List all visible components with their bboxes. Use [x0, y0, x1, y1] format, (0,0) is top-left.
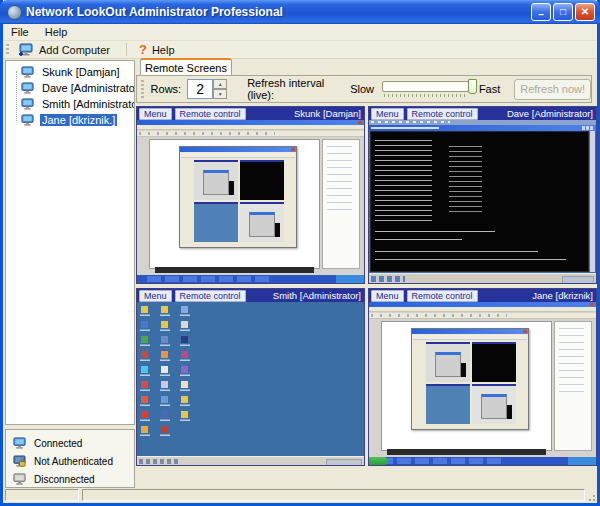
rows-input[interactable]: 2	[187, 79, 213, 99]
computer-connected-icon	[20, 98, 35, 111]
not-authenticated-icon	[12, 455, 27, 468]
console-text-line	[375, 239, 462, 240]
thumb-nested-titlebar	[180, 147, 296, 152]
panel-menu-button[interactable]: Menu	[139, 108, 172, 120]
thumb-tray	[568, 457, 596, 465]
tree-item-label: Jane [dkriznik.]	[40, 114, 117, 126]
thumb-mini-screen	[426, 384, 470, 424]
tab-remote-screens[interactable]: Remote Screens	[140, 58, 232, 76]
remote-control-button[interactable]: Remote control	[407, 108, 478, 120]
menu-file[interactable]: File	[3, 25, 37, 39]
thumb-mini-screen	[426, 342, 470, 382]
app-logo-icon	[7, 5, 22, 20]
panel-header: Menu Remote control Dave [Administrator]	[369, 107, 596, 120]
app-window: Network LookOut Administrator Profession…	[0, 0, 600, 506]
panel-header: Menu Remote control Jane [dkriznik]	[369, 289, 596, 302]
remote-screen-thumbnail[interactable]	[137, 120, 364, 283]
status-legend: Connected Not Authenticated Disconnected	[5, 429, 135, 488]
maximize-button[interactable]: □	[553, 3, 573, 21]
status-bar	[3, 488, 597, 503]
legend-label: Disconnected	[34, 474, 95, 485]
legend-connected: Connected	[12, 434, 134, 452]
thumb-close-icon	[590, 303, 594, 306]
panel-computer-name: Jane [dkriznik]	[532, 290, 593, 301]
legend-label: Not Authenticated	[34, 456, 113, 467]
rows-spinner: ▲ ▼	[213, 79, 227, 99]
tree-item-jane[interactable]: Jane [dkriznik.]	[6, 112, 134, 128]
thumb-nested-close-icon	[523, 330, 527, 333]
slow-label: Slow	[350, 83, 374, 95]
tree-guide-line	[16, 71, 17, 121]
remote-control-button[interactable]: Remote control	[175, 290, 246, 302]
tree-item-smith[interactable]: Smith [Administrator]	[6, 96, 134, 112]
remote-panel-dave: Menu Remote control Dave [Administrator]	[368, 106, 597, 284]
rows-spin-up-button[interactable]: ▲	[213, 79, 227, 89]
thumb-nested-titlebar	[412, 329, 528, 334]
slider-ticks	[384, 94, 467, 97]
thumb-mini-screen	[240, 202, 284, 242]
title-bar[interactable]: Network LookOut Administrator Profession…	[0, 0, 600, 24]
controlbar-grip[interactable]	[141, 80, 144, 98]
thumb-taskbar	[137, 275, 364, 283]
tree-item-label: Skunk [Damjan]	[40, 66, 122, 78]
thumb-scrollbar	[590, 131, 595, 272]
minimize-button[interactable]: –	[531, 3, 551, 21]
help-label: Help	[152, 44, 175, 56]
remote-screen-thumbnail[interactable]	[369, 120, 596, 283]
thumb-menubar	[137, 125, 364, 130]
thumb-taskbar	[369, 457, 596, 465]
thumb-mini-screen	[194, 160, 238, 200]
resize-grip-icon[interactable]	[586, 492, 596, 502]
add-computer-button[interactable]: Add Computer	[14, 42, 118, 58]
panel-menu-button[interactable]: Menu	[139, 290, 172, 302]
panel-header: Menu Remote control Skunk [Damjan]	[137, 107, 364, 120]
tree-item-label: Dave [Administrator]	[40, 82, 135, 94]
rows-label: Rows:	[151, 83, 182, 95]
add-computer-label: Add Computer	[39, 44, 110, 56]
thumb-close-icon	[358, 121, 362, 124]
thumb-mini-screen	[194, 202, 238, 242]
thumb-nested-toolbar	[413, 335, 527, 340]
help-icon: ?	[139, 44, 147, 56]
thumb-dark-bar	[387, 449, 546, 455]
connected-icon	[12, 437, 27, 450]
tree-item-skunk[interactable]: Skunk [Damjan]	[6, 64, 134, 80]
add-computer-icon	[18, 43, 34, 57]
remote-control-button[interactable]: Remote control	[175, 108, 246, 120]
remote-screen-thumbnail[interactable]	[137, 302, 364, 465]
thumb-task-pane	[322, 139, 360, 269]
slider-track[interactable]	[382, 81, 469, 92]
remote-control-button[interactable]: Remote control	[407, 290, 478, 302]
thumb-nested-close-icon	[291, 148, 295, 151]
thumb-menubar	[369, 307, 596, 312]
computer-tree: Skunk [Damjan] Dave [Administrator] Smit…	[5, 60, 135, 425]
toolbar-grip[interactable]	[6, 44, 9, 56]
remote-screen-thumbnail[interactable]	[369, 302, 596, 465]
remote-screens-grid: Menu Remote control Skunk [Damjan]	[136, 106, 598, 468]
thumb-nested-toolbar	[181, 153, 295, 158]
refresh-now-button[interactable]: Refresh now!	[514, 79, 591, 100]
menu-help[interactable]: Help	[37, 25, 76, 39]
thumb-start-button	[369, 457, 387, 465]
tree-item-label: Smith [Administrator]	[40, 98, 135, 110]
panel-menu-button[interactable]: Menu	[371, 108, 404, 120]
panel-computer-name: Skunk [Damjan]	[294, 108, 361, 119]
thumb-taskbar	[369, 273, 596, 283]
slider-thumb[interactable]	[468, 79, 477, 94]
rows-spin-down-button[interactable]: ▼	[213, 89, 227, 99]
thumb-mini-screen	[472, 384, 516, 424]
thumb-toolbar	[369, 313, 596, 319]
console-text-line	[375, 231, 494, 232]
fast-label: Fast	[479, 83, 500, 95]
help-button[interactable]: ? Help	[135, 43, 183, 57]
close-button[interactable]: ✕	[575, 3, 595, 21]
refresh-interval-slider[interactable]	[382, 79, 469, 99]
menu-bar: File Help	[3, 24, 597, 41]
main-toolbar: Add Computer ? Help	[3, 41, 597, 59]
panel-menu-button[interactable]: Menu	[371, 290, 404, 302]
thumb-dark-bar	[155, 267, 314, 273]
status-cell-main	[82, 489, 585, 501]
thumb-taskbar	[137, 456, 364, 465]
console-text-line	[375, 259, 566, 260]
tree-item-dave[interactable]: Dave [Administrator]	[6, 80, 134, 96]
